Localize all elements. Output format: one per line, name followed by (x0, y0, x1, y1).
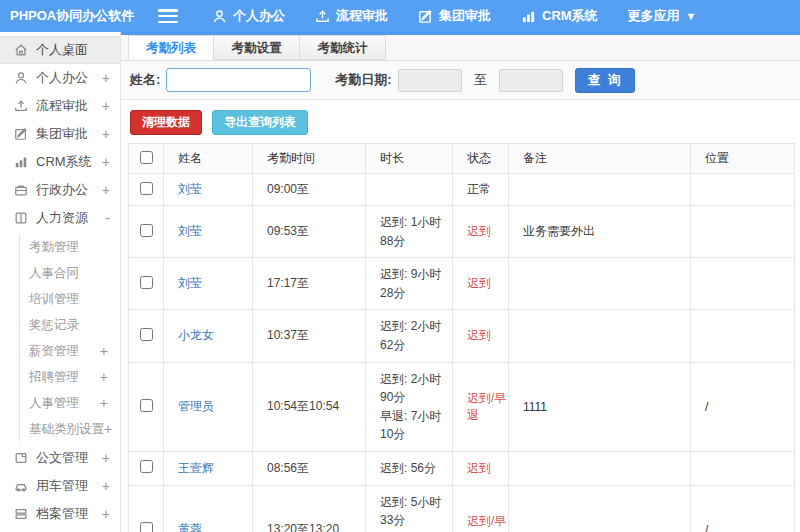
sidebar-subitem-personnel-management[interactable]: 人事管理 + (20, 390, 120, 416)
row-checkbox[interactable] (140, 224, 153, 237)
duration: 迟到: 1小时88分 (366, 206, 453, 258)
sidebar-item-project-management[interactable]: 项目管理 + (0, 528, 120, 532)
sidebar-item-personal-office[interactable]: 个人办公 + (0, 64, 120, 92)
table-row: 刘莹 09:00至 正常 (129, 174, 795, 206)
expand-icon[interactable]: + (100, 154, 110, 170)
sidebar-item-crm-system[interactable]: CRM系统 + (0, 148, 120, 176)
expand-icon[interactable]: + (98, 343, 108, 359)
expand-icon[interactable]: + (100, 70, 110, 86)
status-badge: 正常 (467, 182, 491, 196)
note (509, 451, 691, 485)
expand-icon[interactable]: + (100, 182, 110, 198)
sidebar-item-group-approval[interactable]: 集团审批 + (0, 120, 120, 148)
col-header-note: 备注 (509, 144, 691, 174)
col-header-location: 位置 (691, 144, 795, 174)
sidebar: 个人桌面 个人办公 + 流程审批 + 集团审批 + CRM系统 + 行政办公 + (0, 32, 121, 532)
sidebar-subitem-salary-management[interactable]: 薪资管理 + (20, 338, 120, 364)
table-row: 黄蓉 13:20至13:20 迟到: 5小时33分早退: 4小时67分 迟到/早… (129, 485, 795, 532)
user-icon (14, 71, 28, 85)
status-badge: 迟到/早退 (467, 514, 506, 532)
row-checkbox[interactable] (140, 522, 153, 532)
select-all-checkbox[interactable] (140, 151, 153, 164)
row-checkbox[interactable] (140, 328, 153, 341)
status-badge: 迟到 (467, 276, 491, 290)
expand-icon[interactable]: + (100, 506, 110, 522)
note: 1111 (509, 362, 691, 451)
nav-more-apps[interactable]: 更多应用 ▼ (628, 7, 697, 25)
employee-name-link[interactable]: 刘莹 (178, 276, 202, 290)
nav-group-approval[interactable]: 集团审批 (418, 7, 491, 25)
action-bar: 清理数据 导出查询列表 (121, 100, 800, 143)
sidebar-item-process-approval[interactable]: 流程审批 + (0, 92, 120, 120)
location (691, 258, 795, 310)
sidebar-subitem-attendance-management[interactable]: 考勤管理 (20, 234, 120, 260)
status-badge: 迟到 (467, 224, 491, 238)
table-row: 管理员 10:54至10:54 迟到: 2小时90分早退: 7小时10分 迟到/… (129, 362, 795, 451)
table-row: 小龙女 10:37至 迟到: 2小时62分 迟到 (129, 310, 795, 362)
collapse-icon[interactable]: - (100, 210, 110, 226)
sidebar-item-personal-desktop[interactable]: 个人桌面 (0, 36, 120, 64)
filter-bar: 姓名: 考勤日期: 至 查 询 (121, 61, 800, 100)
employee-name-link[interactable]: 管理员 (178, 399, 214, 413)
sidebar-item-vehicle-management[interactable]: 用车管理 + (0, 472, 120, 500)
duration: 迟到: 9小时28分 (366, 258, 453, 310)
top-nav: PHPOA协同办公软件 个人办公 流程审批 集团审批 CRM系统 更多应用 ▼ (0, 0, 800, 32)
duration: 迟到: 5小时33分早退: 4小时67分 (366, 485, 453, 532)
edit-icon (14, 127, 28, 141)
status-badge: 迟到 (467, 328, 491, 342)
document-icon (14, 451, 28, 465)
nav-process-approval[interactable]: 流程审批 (315, 7, 388, 25)
expand-icon[interactable]: + (100, 478, 110, 494)
sidebar-item-archive-management[interactable]: 档案管理 + (0, 500, 120, 528)
expand-icon[interactable]: + (100, 126, 110, 142)
tab-attendance-statistics[interactable]: 考勤统计 (300, 35, 386, 60)
attendance-time: 10:37至 (253, 310, 366, 362)
sidebar-item-administrative-office[interactable]: 行政办公 + (0, 176, 120, 204)
name-filter-input[interactable] (166, 68, 311, 92)
sidebar-subitem-recruitment-management[interactable]: 招聘管理 + (20, 364, 120, 390)
tab-attendance-list[interactable]: 考勤列表 (128, 35, 214, 60)
sidebar-subitem-reward-punishment-records[interactable]: 奖惩记录 (20, 312, 120, 338)
expand-icon[interactable]: + (104, 421, 112, 437)
process-icon (14, 99, 28, 113)
employee-name-link[interactable]: 小龙女 (178, 328, 214, 342)
attendance-time: 17:17至 (253, 258, 366, 310)
chart-icon (521, 9, 536, 24)
expand-icon[interactable]: + (98, 395, 108, 411)
hamburger-menu-icon[interactable] (158, 9, 178, 23)
table-row: 刘莹 17:17至 迟到: 9小时28分 迟到 (129, 258, 795, 310)
tab-attendance-settings[interactable]: 考勤设置 (214, 35, 300, 60)
employee-name-link[interactable]: 刘莹 (178, 224, 202, 238)
sidebar-subitem-training-management[interactable]: 培训管理 (20, 286, 120, 312)
attendance-time: 08:56至 (253, 451, 366, 485)
row-checkbox[interactable] (140, 276, 153, 289)
user-icon (212, 9, 227, 24)
date-to-input[interactable] (499, 69, 563, 92)
sidebar-item-human-resources[interactable]: 人力资源 - (0, 204, 120, 232)
status-badge: 迟到/早退 (467, 391, 506, 422)
employee-name-link[interactable]: 刘莹 (178, 182, 202, 196)
location: / (691, 362, 795, 451)
date-from-input[interactable] (398, 69, 462, 92)
nav-personal-office[interactable]: 个人办公 (212, 7, 285, 25)
expand-icon[interactable]: + (100, 450, 110, 466)
employee-name-link[interactable]: 黄蓉 (178, 522, 202, 532)
sidebar-item-official-document-management[interactable]: 公文管理 + (0, 444, 120, 472)
row-checkbox[interactable] (140, 460, 153, 473)
attendance-table: 姓名 考勤时间 时长 状态 备注 位置 刘莹 09:00至 正常 (128, 143, 795, 532)
row-checkbox[interactable] (140, 182, 153, 195)
location (691, 310, 795, 362)
expand-icon[interactable]: + (100, 98, 110, 114)
export-list-button[interactable]: 导出查询列表 (212, 110, 308, 135)
clean-data-button[interactable]: 清理数据 (130, 110, 202, 135)
nav-crm-system[interactable]: CRM系统 (521, 7, 598, 25)
location (691, 174, 795, 206)
sidebar-subitem-basic-category-settings[interactable]: 基础类别设置 + (20, 416, 120, 442)
status-badge: 迟到 (467, 461, 491, 475)
row-checkbox[interactable] (140, 399, 153, 412)
expand-icon[interactable]: + (98, 369, 108, 385)
employee-name-link[interactable]: 王壹辉 (178, 461, 214, 475)
search-button[interactable]: 查 询 (575, 68, 635, 93)
sidebar-subitem-personnel-contract[interactable]: 人事合同 (20, 260, 120, 286)
location: / (691, 485, 795, 532)
